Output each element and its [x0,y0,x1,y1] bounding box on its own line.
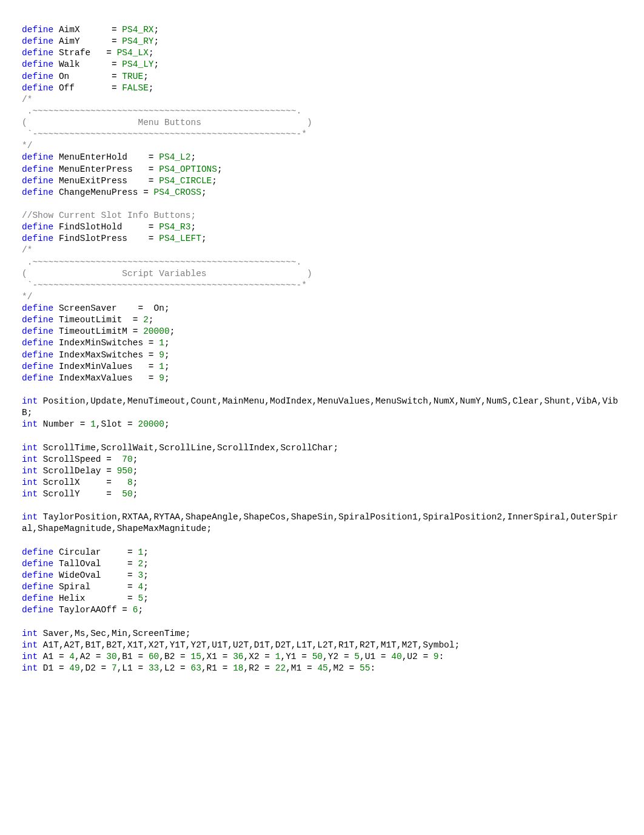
code-token-op: = [106,455,122,464]
code-token-kw: int [22,455,43,464]
code-token-cn: PS4_CROSS [154,188,201,197]
code-token-nm: Walk [59,59,112,69]
code-token-op: = [101,663,112,673]
code-token-op: = [59,652,69,661]
code-token-cn: 4 [138,582,143,592]
code-token-op: ; [154,59,159,69]
code-token-kw: define [22,315,59,325]
code-token-cn: PS4_RY [122,36,153,46]
code-token-op: ; [133,489,138,499]
code-token-cn: 2 [138,559,143,569]
code-token-op: ; [149,48,154,58]
code-token-nm: IndexMaxValues [59,373,149,383]
code-token-op: = [344,652,354,661]
code-token-cn: 9 [434,652,439,661]
code-token-cn: 950 [117,466,133,476]
code-token-kw: define [22,164,59,174]
code-token-op: = [106,478,127,487]
code-token-op: = [112,83,122,93]
code-token-kw: int [22,478,43,487]
code-token-cn: 8 [127,478,133,487]
code-token-op: = [127,547,138,557]
code-token-nm: ScrollX [43,478,106,487]
code-token-op: ; [143,72,149,81]
code-token-kw: define [22,36,59,46]
code-token-kw: define [22,188,59,197]
code-token-op: ; [133,466,138,476]
code-token-nm: AimX [59,25,112,35]
code-token-kw: define [22,25,59,35]
code-token-nm: U2 [407,652,423,661]
code-token-op: ; [164,362,170,371]
code-token-op: ; [217,164,223,174]
code-token-kw: define [22,373,59,383]
code-token-cn: PS4_LEFT [159,234,201,243]
code-token-op: = [301,652,312,661]
code-token-op: = [112,72,122,81]
code-token-op: ; [143,570,149,580]
code-token-nm: D2 [85,663,101,673]
code-token-op: : [439,652,444,661]
code-token-kw: int [22,466,43,476]
code-token-cn: PS4_LY [122,59,153,69]
code-token-op: ; [455,640,460,650]
code-token-nm: Saver,Ms,Sec,Min,ScreenTime [43,629,186,638]
code-token-kw: define [22,326,59,336]
code-token-op: ; [143,582,149,592]
code-token-kw: int [22,396,43,406]
code-token-cn: 33 [149,663,159,673]
code-token-nm: AimY [59,36,112,46]
code-token-cn: 50 [122,489,132,499]
code-token-cn: PS4_RX [122,25,153,35]
code-token-kw: int [22,640,43,650]
code-token-op: = [127,582,138,592]
code-token-nm: X2 [249,652,264,661]
code-token-op: = [133,326,143,336]
code-token-op: : [370,663,375,673]
code-token-cn: 50 [312,652,323,661]
code-token-nm: Spiral [59,582,127,592]
code-token-kw: define [22,72,59,81]
code-token-op: = [106,489,122,499]
code-token-op: ; [207,524,212,533]
code-token-kw: int [22,629,43,638]
code-token-op: ; [201,234,207,243]
code-token-op: ; [27,408,33,418]
code-token-op: = [180,652,190,661]
code-token-op: = [223,663,233,673]
code-token-op: , [360,652,365,661]
code-token-op: = [127,570,138,580]
code-token-cn: 63 [191,663,201,673]
code-token-op: ; [143,559,149,569]
code-token-cn: 1 [159,362,164,371]
code-token-kw: define [22,593,59,603]
code-token-cn: PS4_R3 [159,222,190,232]
code-token-nm: FindSlotHold [59,222,149,232]
code-token-nm: Helix [59,593,127,603]
code-token-nm: ScrollTime,ScrollWait,ScrollLine,ScrollI… [43,443,334,453]
code-token-cn: 5 [354,652,360,661]
code-token-cn: 20000 [143,326,170,336]
code-token-nm: MenuEnterPress [59,164,149,174]
code-token-cn: 9 [159,350,164,360]
code-token-cn: PS4_L2 [159,152,190,162]
code-token-kw: define [22,83,59,93]
code-token-op: , [159,663,164,673]
code-token-op: , [244,652,249,661]
code-token-cn: 1 [159,338,164,348]
code-token-nm: ScrollDelay [43,466,106,476]
code-token-kw: define [22,338,59,348]
code-token-nm: M2 [333,663,349,673]
code-token-cn: 9 [159,373,164,383]
code-token-op: , [75,652,80,661]
code-token-kw: define [22,152,59,162]
code-token-nm: R1 [207,663,223,673]
code-token-nm: Y2 [328,652,344,661]
code-token-op: , [201,652,207,661]
code-token-nm: Number [43,419,80,429]
code-token-cm: /* .~~~~~~~~~~~~~~~~~~~~~~~~~~~~~~~~~~~~… [22,245,312,302]
code-token-op: = [106,466,116,476]
code-token-op: ; [164,373,170,383]
code-token-cn: 30 [106,652,116,661]
code-token-op: , [244,663,249,673]
